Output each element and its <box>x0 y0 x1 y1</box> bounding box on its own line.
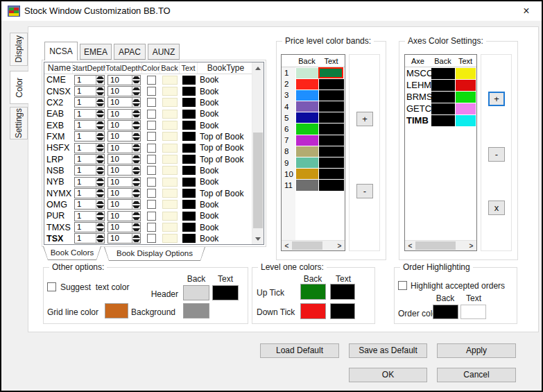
spin-down-icon[interactable] <box>96 216 104 221</box>
start-depth-spinner-value[interactable]: 1 <box>75 110 96 119</box>
spin-down-icon[interactable] <box>96 171 104 176</box>
spin-down-icon[interactable] <box>96 160 104 164</box>
spin-down-icon[interactable] <box>132 137 140 142</box>
total-depth-spinner-value[interactable]: 10 <box>108 132 132 141</box>
delete-axe-button[interactable]: x <box>488 201 505 215</box>
start-depth-spinner-value[interactable]: 1 <box>75 189 96 198</box>
spin-down-icon[interactable] <box>96 239 104 244</box>
up-tick-text-swatch[interactable] <box>330 284 355 300</box>
start-depth-spinner-value[interactable]: 1 <box>75 155 96 164</box>
start-depth-spinner-value[interactable]: 1 <box>75 121 96 130</box>
spin-down-icon[interactable] <box>132 171 140 176</box>
band-text-swatch[interactable] <box>319 101 344 112</box>
tab-display[interactable]: Display <box>10 33 28 66</box>
back-color-swatch[interactable] <box>162 121 178 130</box>
axe-back-swatch[interactable] <box>431 115 455 126</box>
band-back-swatch[interactable] <box>296 146 318 157</box>
total-depth-spinner-value[interactable]: 10 <box>108 76 132 85</box>
load-default-button[interactable]: Load Default <box>260 343 339 358</box>
band-back-swatch[interactable] <box>296 169 318 179</box>
down-tick-text-swatch[interactable] <box>330 303 355 319</box>
total-depth-spinner-value[interactable]: 10 <box>108 166 132 175</box>
back-color-swatch[interactable] <box>162 132 178 141</box>
add-band-button[interactable]: + <box>356 112 373 126</box>
tab-book-display-options[interactable]: Book Display Options <box>104 247 205 261</box>
band-back-swatch[interactable] <box>296 112 318 123</box>
color-checkbox[interactable] <box>147 121 156 130</box>
spin-down-icon[interactable] <box>96 228 104 232</box>
header-text-swatch[interactable] <box>212 285 239 300</box>
band-text-swatch[interactable] <box>319 135 344 146</box>
text-color-swatch[interactable] <box>182 212 196 221</box>
color-checkbox[interactable] <box>147 110 156 119</box>
band-text-swatch[interactable] <box>318 67 343 78</box>
apply-button[interactable]: Apply <box>437 343 516 358</box>
band-text-swatch[interactable] <box>319 169 344 179</box>
close-icon[interactable]: × <box>519 4 533 18</box>
spin-down-icon[interactable] <box>132 103 140 108</box>
order-back-swatch[interactable] <box>433 305 458 319</box>
spin-down-icon[interactable] <box>132 194 140 198</box>
spin-down-icon[interactable] <box>96 92 104 96</box>
up-tick-back-swatch[interactable] <box>300 284 326 300</box>
start-depth-spinner-value[interactable]: 1 <box>75 76 96 85</box>
spin-down-icon[interactable] <box>132 205 140 210</box>
color-checkbox[interactable] <box>147 200 156 209</box>
axe-back-swatch[interactable] <box>431 92 455 103</box>
axes-hscrollbar[interactable]: < > <box>405 240 476 250</box>
band-text-swatch[interactable] <box>319 79 344 90</box>
band-back-swatch[interactable] <box>296 157 318 168</box>
band-back-swatch[interactable] <box>296 68 318 78</box>
color-checkbox[interactable] <box>147 144 156 153</box>
text-color-swatch[interactable] <box>182 223 196 232</box>
axe-text-swatch[interactable] <box>456 103 476 114</box>
background-swatch[interactable] <box>183 303 209 318</box>
color-checkbox[interactable] <box>147 132 156 141</box>
tab-aunz[interactable]: AUNZ <box>148 44 180 60</box>
axe-back-swatch[interactable] <box>431 68 455 79</box>
scrollbar-thumb[interactable] <box>253 133 263 228</box>
start-depth-spinner-value[interactable]: 1 <box>75 132 96 141</box>
spin-down-icon[interactable] <box>96 194 104 198</box>
text-color-swatch[interactable] <box>182 200 196 209</box>
back-color-swatch[interactable] <box>162 212 178 221</box>
add-axe-button[interactable]: + <box>488 92 505 106</box>
tab-emea[interactable]: EMEA <box>80 44 112 60</box>
scroll-down-icon[interactable] <box>252 233 264 244</box>
tab-settings[interactable]: Settings <box>10 107 28 139</box>
band-back-swatch[interactable] <box>296 135 318 146</box>
price-bands-hscrollbar[interactable]: < > <box>282 240 345 250</box>
scrollbar-thumb[interactable] <box>415 241 456 250</box>
axe-text-swatch[interactable] <box>456 80 476 91</box>
band-back-swatch[interactable] <box>296 90 318 101</box>
spin-down-icon[interactable] <box>132 80 140 85</box>
start-depth-spinner-value[interactable]: 1 <box>75 234 96 243</box>
text-color-swatch[interactable] <box>182 98 196 107</box>
back-color-swatch[interactable] <box>162 223 178 232</box>
axe-text-swatch[interactable] <box>456 68 476 79</box>
back-color-swatch[interactable] <box>162 110 178 119</box>
back-color-swatch[interactable] <box>162 155 178 164</box>
text-color-swatch[interactable] <box>182 144 196 153</box>
total-depth-spinner-value[interactable]: 10 <box>108 200 132 209</box>
band-back-swatch[interactable] <box>296 123 318 134</box>
color-checkbox[interactable] <box>147 212 156 221</box>
text-color-swatch[interactable] <box>182 132 196 141</box>
spin-down-icon[interactable] <box>132 148 140 153</box>
scroll-right-icon[interactable]: > <box>466 241 476 250</box>
back-color-swatch[interactable] <box>162 178 178 187</box>
back-color-swatch[interactable] <box>162 87 178 96</box>
spin-down-icon[interactable] <box>96 137 104 142</box>
back-color-swatch[interactable] <box>162 200 178 209</box>
text-color-swatch[interactable] <box>182 76 196 85</box>
color-checkbox[interactable] <box>147 234 156 243</box>
total-depth-spinner-value[interactable]: 10 <box>108 98 132 107</box>
band-text-swatch[interactable] <box>319 123 344 134</box>
total-depth-spinner-value[interactable]: 10 <box>108 234 132 243</box>
color-checkbox[interactable] <box>147 155 156 164</box>
tab-ncsa[interactable]: NCSA <box>44 42 78 60</box>
start-depth-spinner-value[interactable]: 1 <box>75 178 96 187</box>
band-text-swatch[interactable] <box>319 157 344 168</box>
total-depth-spinner-value[interactable]: 10 <box>108 144 132 153</box>
start-depth-spinner-value[interactable]: 1 <box>75 200 96 209</box>
